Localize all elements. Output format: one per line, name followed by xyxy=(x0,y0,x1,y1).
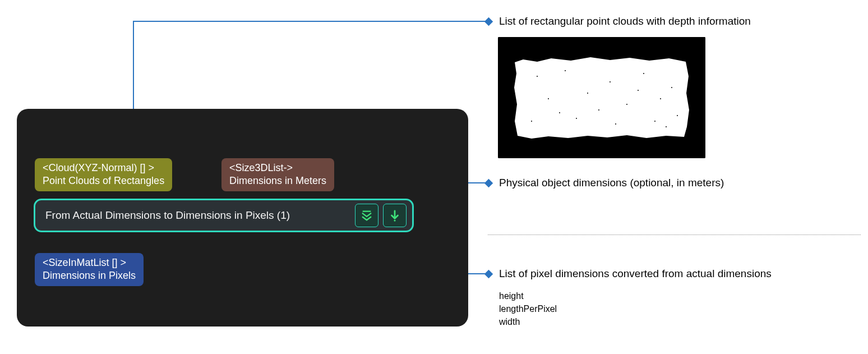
diamond-icon xyxy=(484,17,493,26)
annotation-size3d-text: Physical object dimensions (optional, in… xyxy=(499,176,724,190)
svg-point-26 xyxy=(666,126,667,127)
point-cloud-image xyxy=(498,37,705,158)
svg-point-21 xyxy=(654,121,655,122)
diamond-icon xyxy=(484,270,493,279)
subfields-list: height lengthPerPixel width xyxy=(499,289,557,329)
divider xyxy=(488,235,861,235)
svg-point-10 xyxy=(565,70,566,71)
annotation-size3d: Physical object dimensions (optional, in… xyxy=(486,176,724,190)
subfield-item: lengthPerPixel xyxy=(499,302,557,315)
annotation-cloud-text: List of rectangular point clouds with de… xyxy=(499,15,751,29)
svg-point-20 xyxy=(615,123,616,125)
action-block-label: From Actual Dimensions to Dimensions in … xyxy=(45,209,290,222)
svg-point-19 xyxy=(576,118,577,119)
action-buttons xyxy=(355,204,407,227)
point-cloud-preview xyxy=(498,37,705,158)
node-action-block[interactable]: From Actual Dimensions to Dimensions in … xyxy=(34,199,414,232)
svg-point-14 xyxy=(548,98,549,99)
pill-sizeinmat-type: <SizeInMatList [] > xyxy=(43,256,136,269)
svg-point-22 xyxy=(677,115,678,116)
pill-cloud-label: Point Clouds of Rectangles xyxy=(43,174,164,187)
svg-point-16 xyxy=(626,104,627,105)
pill-sizeinmat-output[interactable]: <SizeInMatList [] > Dimensions in Pixels xyxy=(35,253,144,286)
arrow-down-icon xyxy=(389,209,401,222)
svg-point-24 xyxy=(638,90,639,91)
svg-point-11 xyxy=(610,81,611,82)
annotation-cloud: List of rectangular point clouds with de… xyxy=(486,15,751,29)
subfield-item: height xyxy=(499,289,557,302)
pill-size3d-input[interactable]: <Size3DList-> Dimensions in Meters xyxy=(221,158,334,191)
svg-point-18 xyxy=(531,121,532,122)
svg-point-13 xyxy=(671,87,672,88)
pill-size3d-label: Dimensions in Meters xyxy=(229,174,326,187)
svg-point-15 xyxy=(587,93,588,94)
pill-sizeinmat-label: Dimensions in Pixels xyxy=(43,269,136,282)
svg-point-7 xyxy=(394,220,396,222)
subfield-item: width xyxy=(499,315,557,328)
svg-point-25 xyxy=(559,112,560,113)
svg-point-23 xyxy=(598,109,599,111)
annotation-sizeinmat-text: List of pixel dimensions converted from … xyxy=(499,267,772,281)
pill-size3d-type: <Size3DList-> xyxy=(229,162,326,174)
svg-point-9 xyxy=(537,76,538,77)
diamond-icon xyxy=(484,179,493,188)
pill-cloud-type: <Cloud(XYZ-Normal) [] > xyxy=(43,162,164,174)
expand-all-button[interactable] xyxy=(355,204,378,227)
svg-point-17 xyxy=(660,98,661,99)
pill-cloud-input[interactable]: <Cloud(XYZ-Normal) [] > Point Clouds of … xyxy=(35,158,172,191)
svg-point-12 xyxy=(643,73,644,74)
double-chevron-down-icon xyxy=(361,209,373,222)
execute-button[interactable] xyxy=(383,204,407,227)
annotation-sizeinmat: List of pixel dimensions converted from … xyxy=(486,267,772,281)
